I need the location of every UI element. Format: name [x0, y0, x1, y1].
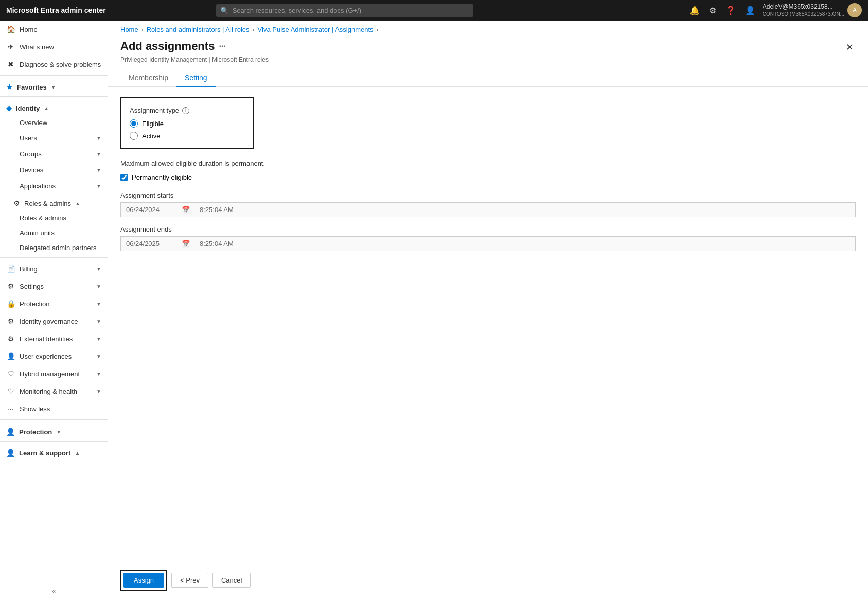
sidebar-item-show-less-label: Show less: [20, 405, 101, 413]
sidebar-item-monitoring-health[interactable]: ♡ Monitoring & health ▼: [0, 382, 108, 400]
sidebar-item-settings[interactable]: ⚙ Settings ▼: [0, 277, 108, 295]
breadcrumb-sep-2: ›: [253, 26, 255, 33]
assignment-starts-label: Assignment starts: [120, 191, 856, 199]
tab-setting[interactable]: Setting: [176, 69, 216, 87]
assignment-type-box: Assignment type i Eligible Active: [120, 97, 254, 149]
sidebar-section-protection-bottom[interactable]: 👤 Protection ▼: [0, 422, 108, 439]
sidebar-section-roles[interactable]: ⚙ Roles & admins ▲: [0, 194, 108, 210]
sidebar-section-learn-support[interactable]: 👤 Learn & support ▲: [0, 444, 108, 460]
sidebar-item-users[interactable]: Users ▼: [0, 130, 108, 146]
assignment-starts-row: 📅: [120, 202, 856, 217]
sidebar-item-billing-label: Billing: [20, 265, 92, 273]
sidebar-item-identity-governance[interactable]: ⚙ Identity governance ▼: [0, 312, 108, 330]
sidebar-item-hybrid-management[interactable]: ♡ Hybrid management ▼: [0, 365, 108, 382]
page-subtitle: Privileged Identity Management | Microso…: [108, 55, 868, 63]
sidebar-item-applications[interactable]: Applications ▼: [0, 178, 108, 194]
assignment-starts-group: Assignment starts 📅: [120, 191, 856, 217]
sidebar-section-identity[interactable]: ◆ Identity ▲: [0, 99, 108, 115]
close-button[interactable]: ✕: [844, 40, 856, 55]
user-experiences-icon: 👤: [6, 351, 15, 361]
identity-icon: ◆: [6, 104, 12, 112]
assign-button[interactable]: Assign: [123, 573, 164, 588]
permanently-eligible-label[interactable]: Permanently eligible: [132, 173, 192, 181]
search-input[interactable]: [216, 4, 473, 17]
sidebar-item-whats-new[interactable]: ✈ What's new: [0, 38, 108, 56]
content-area: Home › Roles and administrators | All ro…: [108, 21, 868, 599]
assignment-type-info-icon[interactable]: i: [182, 107, 189, 114]
sidebar-item-external-identities[interactable]: ⚙ External Identities ▼: [0, 330, 108, 347]
ends-time-input[interactable]: [194, 237, 267, 251]
favorites-chevron-icon: ▼: [51, 84, 56, 90]
tab-membership[interactable]: Membership: [120, 69, 176, 87]
sidebar: 🏠 Home ✈ What's new ✖ Diagnose & solve p…: [0, 21, 108, 599]
sidebar-nav: 🏠 Home ✈ What's new ✖ Diagnose & solve p…: [0, 21, 108, 583]
permanently-eligible-checkbox[interactable]: [120, 174, 128, 181]
sidebar-divider-1: [0, 75, 108, 76]
sidebar-item-protection[interactable]: 🔒 Protection ▼: [0, 295, 108, 312]
sidebar-item-diagnose[interactable]: ✖ Diagnose & solve problems: [0, 56, 108, 73]
prev-button[interactable]: < Prev: [171, 573, 208, 588]
radio-active-input[interactable]: [130, 132, 138, 140]
duration-info: Maximum allowed eligible duration is per…: [120, 160, 856, 167]
radio-active[interactable]: Active: [130, 132, 245, 140]
sidebar-item-home[interactable]: 🏠 Home: [0, 21, 108, 38]
radio-eligible[interactable]: Eligible: [130, 119, 245, 128]
sidebar-item-roles-admins-sub[interactable]: Roles & admins: [0, 210, 108, 225]
user-experiences-chevron-icon: ▼: [96, 354, 101, 359]
sidebar-item-delegated-admin[interactable]: Delegated admin partners: [0, 240, 108, 255]
tab-setting-label: Setting: [185, 74, 207, 82]
monitoring-health-icon: ♡: [6, 386, 15, 396]
starts-time-input[interactable]: [194, 203, 267, 217]
help-button[interactable]: ❓: [723, 4, 738, 17]
cancel-button[interactable]: Cancel: [212, 573, 251, 588]
sidebar-section-favorites[interactable]: ★ Favorites ▼: [0, 78, 108, 94]
sidebar-item-overview[interactable]: Overview: [0, 115, 108, 130]
starts-time-wrapper: [194, 202, 856, 217]
show-less-icon: ···: [6, 404, 15, 413]
sidebar-item-whats-new-label: What's new: [20, 43, 101, 51]
sidebar-item-monitoring-health-label: Monitoring & health: [20, 387, 92, 395]
sidebar-item-groups[interactable]: Groups ▼: [0, 146, 108, 162]
diagnose-icon: ✖: [6, 60, 15, 69]
avatar[interactable]: A: [847, 3, 862, 17]
form-content: Assignment type i Eligible Active Maximu…: [108, 87, 868, 561]
protection-bottom-icon: 👤: [6, 428, 15, 436]
ends-date-input[interactable]: [121, 237, 178, 251]
permanently-eligible-option[interactable]: Permanently eligible: [120, 173, 856, 181]
notifications-button[interactable]: 🔔: [687, 4, 702, 17]
sidebar-item-applications-label: Applications: [20, 182, 92, 190]
starts-calendar-icon[interactable]: 📅: [178, 203, 194, 217]
ends-date-wrapper: 📅: [120, 236, 194, 251]
more-options-icon[interactable]: ···: [219, 42, 225, 51]
radio-eligible-label[interactable]: Eligible: [142, 120, 164, 128]
favorites-icon: ★: [6, 83, 13, 91]
sidebar-item-home-label: Home: [20, 26, 101, 33]
user-profile[interactable]: AdelеV@M365x032158... CONTOSO (M365X0321…: [763, 3, 862, 18]
feedback-button[interactable]: 👤: [743, 4, 757, 17]
radio-group: Eligible Active: [130, 119, 245, 140]
roles-chevron-icon: ▲: [75, 201, 80, 206]
ends-calendar-icon[interactable]: 📅: [178, 237, 194, 251]
sidebar-item-show-less[interactable]: ··· Show less: [0, 400, 108, 417]
identity-label: Identity: [16, 104, 40, 112]
starts-date-input[interactable]: [121, 203, 178, 217]
sidebar-item-hybrid-management-label: Hybrid management: [20, 370, 92, 378]
sidebar-item-user-experiences[interactable]: 👤 User experiences ▼: [0, 347, 108, 365]
settings-button[interactable]: ⚙: [707, 4, 718, 17]
breadcrumb-viva[interactable]: Viva Pulse Administrator | Assignments: [258, 26, 374, 33]
sidebar-item-billing[interactable]: 📄 Billing ▼: [0, 260, 108, 277]
sidebar-item-devices[interactable]: Devices ▼: [0, 162, 108, 178]
user-info: AdelеV@M365x032158... CONTOSO (M365X0321…: [763, 3, 844, 18]
sidebar-collapse-button[interactable]: «: [0, 583, 108, 599]
breadcrumb-home[interactable]: Home: [120, 26, 138, 33]
external-identities-chevron-icon: ▼: [96, 336, 101, 342]
search-container: 🔍: [216, 4, 473, 17]
topbar-actions: 🔔 ⚙ ❓ 👤 AdelеV@M365x032158... CONTOSO (M…: [687, 3, 862, 18]
breadcrumb-roles[interactable]: Roles and administrators | All roles: [147, 26, 250, 33]
radio-eligible-input[interactable]: [130, 119, 138, 128]
radio-active-label[interactable]: Active: [142, 132, 160, 140]
whats-new-icon: ✈: [6, 42, 15, 51]
settings-chevron-icon: ▼: [96, 284, 101, 289]
sidebar-item-delegated-admin-label: Delegated admin partners: [20, 244, 97, 252]
sidebar-item-admin-units[interactable]: Admin units: [0, 225, 108, 240]
